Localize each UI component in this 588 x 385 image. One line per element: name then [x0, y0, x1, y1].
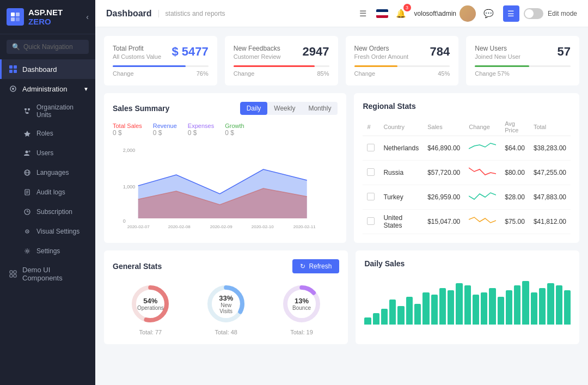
- row-checkbox-0[interactable]: [363, 136, 379, 161]
- bar-item: [414, 304, 421, 325]
- sidebar: ASP.NET ZERO ‹ 🔍 Quick Navigation Dashbo…: [0, 0, 95, 385]
- tab-weekly[interactable]: Weekly: [267, 102, 302, 115]
- users-icon: [22, 148, 32, 158]
- row-avg-price-2: $28.00: [500, 185, 529, 210]
- demo-ui-icon: [8, 269, 18, 279]
- table-row: Russia $57,720.00 $80.00 $47,255.00: [363, 161, 571, 185]
- sidebar-item-organization-units[interactable]: Organization Units: [0, 99, 95, 124]
- donut-pct-1: 33%: [215, 294, 237, 302]
- total-profit-value: $ 5477: [171, 45, 208, 59]
- toggle-knob: [525, 9, 534, 18]
- refresh-button[interactable]: ↻ Refresh: [292, 259, 339, 273]
- sidebar-item-subscription[interactable]: Subscription: [0, 202, 95, 222]
- sidebar-item-languages-label: Languages: [36, 169, 89, 176]
- donut-charts-row: 54% Operations Total: 77 33% New Visits …: [113, 282, 339, 335]
- stat-card-new-feedbacks: New Feedbacks Customer Review 2947 Chang…: [225, 36, 338, 85]
- user-info[interactable]: volosoft\admin: [414, 5, 476, 22]
- sidebar-item-languages[interactable]: Languages: [0, 163, 95, 182]
- sales-summary-title: Sales Summary: [113, 104, 169, 113]
- legend-expenses-value: 0 $: [188, 129, 214, 137]
- filter-button[interactable]: ☰: [503, 5, 519, 22]
- new-orders-progress: [354, 65, 397, 67]
- sidebar-item-roles[interactable]: Roles: [0, 124, 95, 143]
- quick-navigation-search[interactable]: 🔍 Quick Navigation: [7, 40, 89, 54]
- row-sales-2: $26,959.00: [423, 185, 464, 210]
- roles-icon: [22, 129, 32, 138]
- table-row: Turkey $26,959.00 $28.00 $47,883.00: [363, 185, 571, 210]
- table-row: United States $15,047.00 $75.00 $41,812.…: [363, 210, 571, 234]
- bar-item: [456, 283, 462, 325]
- sidebar-item-dashboard[interactable]: Dashboard: [0, 59, 95, 79]
- sidebar-item-administration-label: Administration: [22, 85, 83, 93]
- new-orders-change-label: Change: [354, 70, 376, 77]
- bar-item: [473, 295, 479, 325]
- bar-item: [448, 290, 454, 325]
- bar-item: [531, 292, 537, 325]
- sidebar-item-settings[interactable]: Settings: [0, 241, 95, 261]
- row-checkbox-3[interactable]: [363, 210, 379, 234]
- row-avg-price-3: $75.00: [500, 210, 529, 234]
- bar-item: [498, 297, 504, 325]
- total-profit-label: Total Profit: [113, 45, 161, 52]
- language-flag[interactable]: [376, 9, 388, 18]
- stat-card-new-users: New Users Joined New User 57 Change 57%: [466, 36, 579, 85]
- svg-point-28: [26, 250, 28, 252]
- regional-stats-table: # Country Sales Change Avg Price Total N…: [363, 118, 571, 234]
- languages-icon: [22, 168, 32, 178]
- menu-icon[interactable]: ☰: [356, 6, 371, 21]
- sidebar-item-demo-ui[interactable]: Demo UI Components: [0, 261, 95, 287]
- tab-monthly[interactable]: Monthly: [302, 102, 338, 115]
- notifications-bell[interactable]: 🔔 3: [394, 6, 409, 21]
- bar-item: [556, 285, 562, 325]
- general-stats-title: General Stats: [113, 262, 162, 271]
- donut-total-2: Total: 19: [290, 329, 313, 335]
- audit-logs-icon: [22, 187, 32, 197]
- row-country-2: Turkey: [379, 185, 423, 210]
- sidebar-search-area[interactable]: 🔍 Quick Navigation: [0, 34, 95, 59]
- row-sparkline-2: [464, 185, 500, 210]
- general-stats-panel: General Stats ↻ Refresh 54% Operations T…: [104, 250, 348, 344]
- row-checkbox-2[interactable]: [363, 185, 379, 210]
- total-profit-change-label: Change: [113, 70, 134, 77]
- bar-item: [464, 285, 471, 325]
- administration-icon: [8, 84, 18, 94]
- sales-summary-panel: Sales Summary Daily Weekly Monthly Total…: [104, 93, 346, 243]
- visual-settings-icon: [22, 227, 32, 236]
- col-change: Change: [464, 118, 500, 136]
- sidebar-item-audit-logs[interactable]: Audit logs: [0, 182, 95, 202]
- new-users-progress: [475, 65, 529, 67]
- row-sales-3: $15,047.00: [423, 210, 464, 234]
- user-name-label: volosoft\admin: [414, 10, 456, 17]
- svg-rect-31: [10, 274, 13, 277]
- sidebar-item-administration[interactable]: Administration ▼: [0, 79, 95, 99]
- row-checkbox-1[interactable]: [363, 161, 379, 185]
- svg-rect-5: [14, 65, 17, 69]
- chat-icon[interactable]: 💬: [481, 6, 497, 21]
- total-profit-change-pct: 76%: [197, 70, 209, 77]
- sales-chart-svg: 2,000 1,000 0 2020-02-07 2020-02-08 2020…: [113, 142, 338, 229]
- donut-name-1: New Visits: [215, 302, 237, 314]
- header-right: ☰ 🔔 3 volosoft\admin 💬 ☰: [356, 5, 577, 22]
- regional-stats-panel: Regional Stats # Country Sales Change Av…: [354, 93, 579, 243]
- logo-icon: [7, 8, 24, 26]
- donut-item-0: 54% Operations Total: 77: [128, 282, 172, 335]
- donut-item-2: 13% Bounce Total: 19: [280, 282, 323, 335]
- bar-item: [431, 295, 438, 325]
- new-feedbacks-change-pct: 85%: [317, 70, 329, 77]
- header-icon-group: ☰ 🔔 3 volosoft\admin 💬: [356, 5, 497, 22]
- bar-item: [364, 317, 371, 325]
- sales-tab-group: Daily Weekly Monthly: [240, 102, 338, 115]
- col-country: Country: [379, 118, 423, 136]
- page-title: Dashboard: [106, 9, 152, 19]
- sidebar-item-users[interactable]: Users: [0, 143, 95, 163]
- edit-mode-toggle[interactable]: [524, 8, 543, 19]
- sidebar-collapse-button[interactable]: ‹: [86, 13, 89, 21]
- row-total-0: $38,283.00: [529, 136, 571, 161]
- col-total: Total: [529, 118, 571, 136]
- donut-item-1: 33% New Visits Total: 48: [204, 282, 248, 335]
- bar-item: [397, 306, 404, 325]
- edit-mode-label: Edit mode: [548, 10, 577, 17]
- tab-daily[interactable]: Daily: [240, 102, 268, 115]
- sidebar-item-visual-settings[interactable]: Visual Settings: [0, 222, 95, 241]
- donut-total-1: Total: 48: [215, 329, 237, 335]
